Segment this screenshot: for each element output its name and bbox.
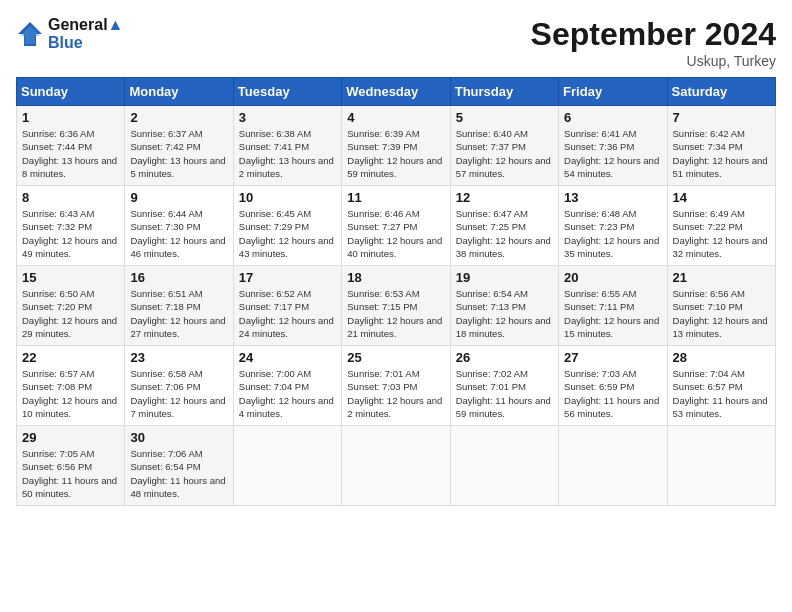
day-cell-6: 6Sunrise: 6:41 AMSunset: 7:36 PMDaylight… bbox=[559, 106, 667, 186]
daylight-label: Daylight: 12 hours and 18 minutes. bbox=[456, 315, 551, 339]
sunset-label: Sunset: 7:25 PM bbox=[456, 221, 526, 232]
sunset-label: Sunset: 7:29 PM bbox=[239, 221, 309, 232]
day-cell-17: 17Sunrise: 6:52 AMSunset: 7:17 PMDayligh… bbox=[233, 266, 341, 346]
day-number: 11 bbox=[347, 190, 444, 205]
sunset-label: Sunset: 7:34 PM bbox=[673, 141, 743, 152]
sunset-label: Sunset: 7:27 PM bbox=[347, 221, 417, 232]
daylight-label: Daylight: 12 hours and 46 minutes. bbox=[130, 235, 225, 259]
day-info: Sunrise: 6:36 AMSunset: 7:44 PMDaylight:… bbox=[22, 127, 119, 180]
daylight-label: Daylight: 11 hours and 56 minutes. bbox=[564, 395, 659, 419]
sunset-label: Sunset: 7:37 PM bbox=[456, 141, 526, 152]
day-cell-1: 1Sunrise: 6:36 AMSunset: 7:44 PMDaylight… bbox=[17, 106, 125, 186]
daylight-label: Daylight: 13 hours and 8 minutes. bbox=[22, 155, 117, 179]
day-number: 5 bbox=[456, 110, 553, 125]
day-info: Sunrise: 6:38 AMSunset: 7:41 PMDaylight:… bbox=[239, 127, 336, 180]
calendar-table: Sunday Monday Tuesday Wednesday Thursday… bbox=[16, 77, 776, 506]
header-thursday: Thursday bbox=[450, 78, 558, 106]
day-number: 8 bbox=[22, 190, 119, 205]
title-block: September 2024 Uskup, Turkey bbox=[531, 16, 776, 69]
day-cell-21: 21Sunrise: 6:56 AMSunset: 7:10 PMDayligh… bbox=[667, 266, 775, 346]
day-info: Sunrise: 7:02 AMSunset: 7:01 PMDaylight:… bbox=[456, 367, 553, 420]
header-sunday: Sunday bbox=[17, 78, 125, 106]
sunset-label: Sunset: 6:56 PM bbox=[22, 461, 92, 472]
day-cell-20: 20Sunrise: 6:55 AMSunset: 7:11 PMDayligh… bbox=[559, 266, 667, 346]
daylight-label: Daylight: 11 hours and 59 minutes. bbox=[456, 395, 551, 419]
day-cell-11: 11Sunrise: 6:46 AMSunset: 7:27 PMDayligh… bbox=[342, 186, 450, 266]
day-cell-2: 2Sunrise: 6:37 AMSunset: 7:42 PMDaylight… bbox=[125, 106, 233, 186]
day-cell-28: 28Sunrise: 7:04 AMSunset: 6:57 PMDayligh… bbox=[667, 346, 775, 426]
day-cell-26: 26Sunrise: 7:02 AMSunset: 7:01 PMDayligh… bbox=[450, 346, 558, 426]
day-number: 6 bbox=[564, 110, 661, 125]
day-number: 2 bbox=[130, 110, 227, 125]
sunrise-label: Sunrise: 6:51 AM bbox=[130, 288, 202, 299]
sunrise-label: Sunrise: 6:45 AM bbox=[239, 208, 311, 219]
day-number: 12 bbox=[456, 190, 553, 205]
logo-icon bbox=[16, 20, 44, 48]
daylight-label: Daylight: 12 hours and 29 minutes. bbox=[22, 315, 117, 339]
day-cell-30: 30Sunrise: 7:06 AMSunset: 6:54 PMDayligh… bbox=[125, 426, 233, 506]
sunrise-label: Sunrise: 7:05 AM bbox=[22, 448, 94, 459]
day-info: Sunrise: 6:57 AMSunset: 7:08 PMDaylight:… bbox=[22, 367, 119, 420]
day-number: 30 bbox=[130, 430, 227, 445]
day-cell-5: 5Sunrise: 6:40 AMSunset: 7:37 PMDaylight… bbox=[450, 106, 558, 186]
daylight-label: Daylight: 12 hours and 57 minutes. bbox=[456, 155, 551, 179]
day-number: 25 bbox=[347, 350, 444, 365]
day-cell-27: 27Sunrise: 7:03 AMSunset: 6:59 PMDayligh… bbox=[559, 346, 667, 426]
header-tuesday: Tuesday bbox=[233, 78, 341, 106]
sunset-label: Sunset: 7:11 PM bbox=[564, 301, 634, 312]
day-cell-22: 22Sunrise: 6:57 AMSunset: 7:08 PMDayligh… bbox=[17, 346, 125, 426]
sunrise-label: Sunrise: 6:47 AM bbox=[456, 208, 528, 219]
calendar-week-row: 22Sunrise: 6:57 AMSunset: 7:08 PMDayligh… bbox=[17, 346, 776, 426]
sunrise-label: Sunrise: 7:06 AM bbox=[130, 448, 202, 459]
daylight-label: Daylight: 12 hours and 51 minutes. bbox=[673, 155, 768, 179]
day-info: Sunrise: 6:40 AMSunset: 7:37 PMDaylight:… bbox=[456, 127, 553, 180]
sunset-label: Sunset: 7:17 PM bbox=[239, 301, 309, 312]
sunrise-label: Sunrise: 6:37 AM bbox=[130, 128, 202, 139]
day-cell-16: 16Sunrise: 6:51 AMSunset: 7:18 PMDayligh… bbox=[125, 266, 233, 346]
day-info: Sunrise: 6:43 AMSunset: 7:32 PMDaylight:… bbox=[22, 207, 119, 260]
sunset-label: Sunset: 6:57 PM bbox=[673, 381, 743, 392]
daylight-label: Daylight: 13 hours and 2 minutes. bbox=[239, 155, 334, 179]
sunset-label: Sunset: 7:18 PM bbox=[130, 301, 200, 312]
day-cell-19: 19Sunrise: 6:54 AMSunset: 7:13 PMDayligh… bbox=[450, 266, 558, 346]
day-info: Sunrise: 6:42 AMSunset: 7:34 PMDaylight:… bbox=[673, 127, 770, 180]
day-info: Sunrise: 7:04 AMSunset: 6:57 PMDaylight:… bbox=[673, 367, 770, 420]
day-info: Sunrise: 6:53 AMSunset: 7:15 PMDaylight:… bbox=[347, 287, 444, 340]
sunrise-label: Sunrise: 7:01 AM bbox=[347, 368, 419, 379]
sunrise-label: Sunrise: 6:48 AM bbox=[564, 208, 636, 219]
day-cell-8: 8Sunrise: 6:43 AMSunset: 7:32 PMDaylight… bbox=[17, 186, 125, 266]
sunrise-label: Sunrise: 6:36 AM bbox=[22, 128, 94, 139]
sunrise-label: Sunrise: 7:02 AM bbox=[456, 368, 528, 379]
daylight-label: Daylight: 12 hours and 59 minutes. bbox=[347, 155, 442, 179]
header-monday: Monday bbox=[125, 78, 233, 106]
day-number: 23 bbox=[130, 350, 227, 365]
daylight-label: Daylight: 12 hours and 40 minutes. bbox=[347, 235, 442, 259]
sunset-label: Sunset: 7:41 PM bbox=[239, 141, 309, 152]
header-friday: Friday bbox=[559, 78, 667, 106]
month-title: September 2024 bbox=[531, 16, 776, 53]
sunset-label: Sunset: 7:08 PM bbox=[22, 381, 92, 392]
day-number: 28 bbox=[673, 350, 770, 365]
sunrise-label: Sunrise: 6:40 AM bbox=[456, 128, 528, 139]
header-saturday: Saturday bbox=[667, 78, 775, 106]
daylight-label: Daylight: 11 hours and 53 minutes. bbox=[673, 395, 768, 419]
daylight-label: Daylight: 12 hours and 27 minutes. bbox=[130, 315, 225, 339]
sunrise-label: Sunrise: 6:54 AM bbox=[456, 288, 528, 299]
sunrise-label: Sunrise: 6:44 AM bbox=[130, 208, 202, 219]
sunset-label: Sunset: 7:44 PM bbox=[22, 141, 92, 152]
daylight-label: Daylight: 12 hours and 10 minutes. bbox=[22, 395, 117, 419]
daylight-label: Daylight: 12 hours and 2 minutes. bbox=[347, 395, 442, 419]
sunset-label: Sunset: 7:01 PM bbox=[456, 381, 526, 392]
sunrise-label: Sunrise: 6:52 AM bbox=[239, 288, 311, 299]
day-info: Sunrise: 6:39 AMSunset: 7:39 PMDaylight:… bbox=[347, 127, 444, 180]
weekday-header-row: Sunday Monday Tuesday Wednesday Thursday… bbox=[17, 78, 776, 106]
daylight-label: Daylight: 12 hours and 43 minutes. bbox=[239, 235, 334, 259]
day-cell-24: 24Sunrise: 7:00 AMSunset: 7:04 PMDayligh… bbox=[233, 346, 341, 426]
page-header: General▲ Blue September 2024 Uskup, Turk… bbox=[16, 16, 776, 69]
day-cell-4: 4Sunrise: 6:39 AMSunset: 7:39 PMDaylight… bbox=[342, 106, 450, 186]
day-number: 15 bbox=[22, 270, 119, 285]
day-cell-25: 25Sunrise: 7:01 AMSunset: 7:03 PMDayligh… bbox=[342, 346, 450, 426]
day-info: Sunrise: 6:56 AMSunset: 7:10 PMDaylight:… bbox=[673, 287, 770, 340]
day-info: Sunrise: 6:49 AMSunset: 7:22 PMDaylight:… bbox=[673, 207, 770, 260]
empty-cell bbox=[559, 426, 667, 506]
